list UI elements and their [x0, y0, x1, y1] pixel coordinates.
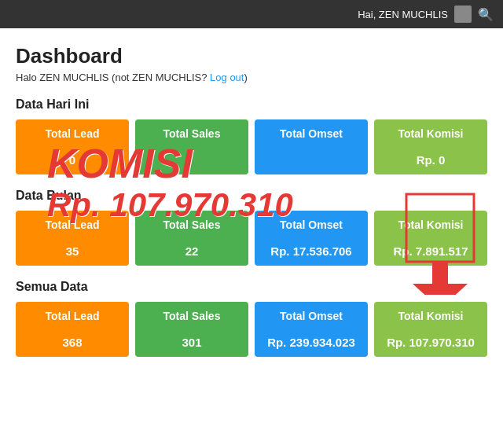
- card-month-lead-label: Total Lead: [25, 218, 119, 231]
- card-today-komisi-value: Rp. 0: [384, 153, 478, 167]
- card-month-omset-label: Total Omset: [264, 218, 358, 231]
- card-all-lead-label: Total Lead: [25, 310, 119, 322]
- card-month-sales-value: 22: [145, 244, 239, 258]
- greeting-text: Halo ZEN MUCHLIS (not ZEN MUCHLIS?: [16, 72, 207, 83]
- section-month-title: Data Bulan: [16, 189, 487, 203]
- card-all-sales-value: 301: [145, 336, 239, 349]
- card-all-komisi: Total Komisi Rp. 107.970.310: [374, 302, 487, 357]
- card-today-sales-label: Total Sales: [145, 127, 239, 140]
- card-all-lead-value: 368: [25, 336, 119, 349]
- card-all-lead: Total Lead 368: [16, 302, 129, 357]
- card-today-lead-label: Total Lead: [25, 127, 119, 140]
- greeting: Halo ZEN MUCHLIS (not ZEN MUCHLIS? Log o…: [16, 72, 487, 83]
- card-all-sales-label: Total Sales: [145, 310, 239, 322]
- card-all-komisi-value: Rp. 107.970.310: [384, 336, 478, 349]
- card-month-komisi-value: Rp. 7.891.517: [384, 244, 478, 258]
- navbar-user-greeting: Hai, ZEN MUCHLIS: [358, 9, 448, 20]
- card-month-lead: Total Lead 35: [16, 211, 129, 266]
- page-title: Dashboard: [16, 44, 487, 68]
- avatar: [454, 6, 472, 23]
- card-today-sales: Total Sales: [135, 119, 248, 174]
- section-all-title: Semua Data: [16, 280, 487, 294]
- cards-all: Total Lead 368 Total Sales 301 Total Oms…: [16, 302, 487, 357]
- card-all-omset-value: Rp. 239.934.023: [264, 336, 358, 349]
- card-month-komisi: Total Komisi Rp. 7.891.517: [374, 211, 487, 266]
- card-today-omset-label: Total Omset: [264, 127, 358, 140]
- main-content: Dashboard Halo ZEN MUCHLIS (not ZEN MUCH…: [0, 28, 503, 448]
- cards-month: Total Lead 35 Total Sales 22 Total Omset…: [16, 211, 487, 266]
- card-month-sales: Total Sales 22: [135, 211, 248, 266]
- card-month-lead-value: 35: [25, 244, 119, 258]
- card-month-sales-label: Total Sales: [145, 218, 239, 231]
- card-today-komisi-label: Total Komisi: [384, 127, 478, 140]
- card-month-komisi-label: Total Komisi: [384, 218, 478, 231]
- cards-today: Total Lead 0 Total Sales Total Omset Tot…: [16, 119, 487, 174]
- card-all-omset: Total Omset Rp. 239.934.023: [255, 302, 368, 357]
- card-today-lead-value: 0: [25, 153, 119, 167]
- logout-link[interactable]: Log out: [210, 72, 244, 83]
- card-today-lead: Total Lead 0: [16, 119, 129, 174]
- search-button[interactable]: 🔍: [478, 6, 494, 22]
- section-today-title: Data Hari Ini: [16, 97, 487, 112]
- card-today-omset: Total Omset: [255, 119, 368, 174]
- card-all-omset-label: Total Omset: [264, 310, 358, 322]
- card-today-komisi: Total Komisi Rp. 0: [374, 119, 487, 174]
- card-all-sales: Total Sales 301: [135, 302, 248, 357]
- navbar: Hai, ZEN MUCHLIS 🔍: [0, 0, 503, 28]
- card-all-komisi-label: Total Komisi: [384, 310, 478, 322]
- card-month-omset-value: Rp. 17.536.706: [264, 244, 358, 258]
- card-month-omset: Total Omset Rp. 17.536.706: [255, 211, 368, 266]
